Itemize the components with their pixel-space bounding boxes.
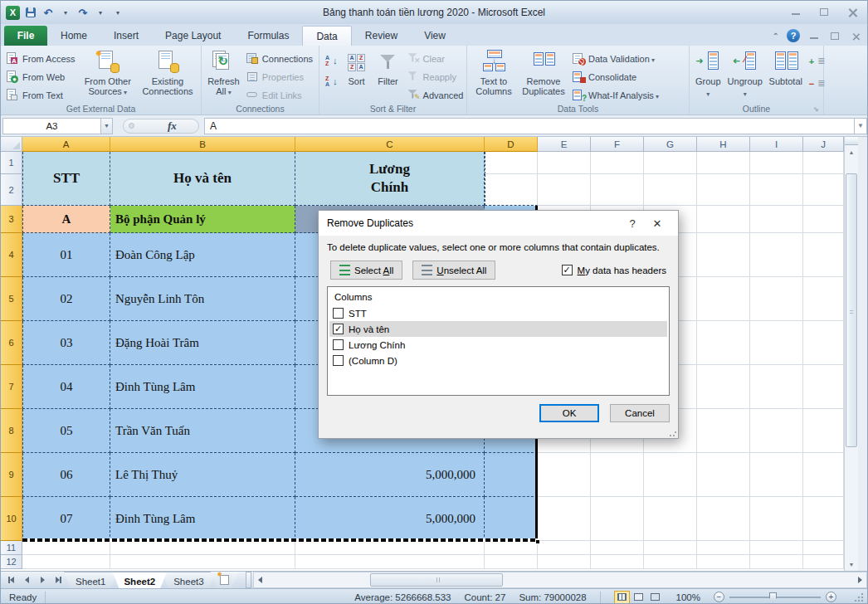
maximize-button[interactable]	[814, 4, 834, 19]
sheet-tab-sheet1[interactable]: Sheet1	[64, 572, 117, 588]
doc-restore-icon[interactable]	[828, 28, 841, 43]
cell-B7[interactable]: Đinh Tùng Lâm	[110, 365, 295, 409]
column-option--column-d-[interactable]: (Column D)	[329, 353, 667, 368]
redo-dropdown-icon[interactable]: ▾	[94, 6, 107, 19]
horizontal-scrollbar[interactable]	[253, 572, 867, 588]
cell-D1[interactable]	[485, 152, 538, 174]
cell-H10[interactable]	[697, 497, 750, 541]
cell-J9[interactable]	[803, 453, 844, 497]
cell-I12[interactable]	[750, 555, 803, 569]
connections-button[interactable]: Connections	[244, 51, 315, 66]
last-sheet-icon[interactable]	[51, 574, 66, 587]
vertical-scroll-thumb[interactable]	[846, 173, 857, 447]
from-access-button[interactable]: A From Access	[4, 51, 78, 66]
column-header-C[interactable]: C	[295, 137, 485, 152]
cell-I5[interactable]	[750, 277, 803, 321]
properties-button[interactable]: Properties	[244, 69, 315, 85]
split-handle[interactable]	[845, 137, 858, 145]
page-layout-view-button[interactable]	[631, 591, 646, 604]
expand-formula-bar-icon[interactable]: ▼	[854, 118, 867, 134]
cell-A8[interactable]: 05	[22, 409, 110, 453]
redo-icon[interactable]: ↷	[76, 6, 90, 19]
column-option-l-ng-ch-nh[interactable]: Lương Chính	[329, 337, 667, 353]
undo-dropdown-icon[interactable]: ▾	[59, 6, 72, 19]
name-box-dropdown-icon[interactable]: ▼	[101, 118, 113, 134]
cell-J3[interactable]	[803, 206, 844, 233]
row-header-8[interactable]: 8	[1, 409, 22, 453]
refresh-all-button[interactable]: ↻ Refresh All	[205, 48, 242, 100]
cell-F11[interactable]	[591, 541, 644, 555]
scroll-down-icon[interactable]: ▼	[845, 558, 858, 571]
cell-I8[interactable]	[750, 409, 803, 453]
cell-H5[interactable]	[697, 277, 750, 321]
column-header-G[interactable]: G	[644, 137, 697, 152]
cell-F1[interactable]	[591, 152, 644, 174]
minimize-button[interactable]	[786, 4, 806, 19]
cell-J8[interactable]	[803, 409, 844, 453]
cell-I6[interactable]	[750, 321, 803, 365]
my-data-has-headers-checkbox[interactable]: ✓ My data has headers	[562, 265, 666, 275]
dialog-title-bar[interactable]: Remove Duplicates ? ✕	[319, 211, 678, 236]
normal-view-button[interactable]	[614, 591, 630, 604]
tab-data[interactable]: Data	[302, 26, 351, 46]
cell-G9[interactable]	[644, 453, 697, 497]
cell-E11[interactable]	[538, 541, 591, 555]
cell-I9[interactable]	[750, 453, 803, 497]
minimize-ribbon-icon[interactable]: ⌃	[773, 32, 779, 41]
cell-B11[interactable]	[110, 541, 295, 555]
advanced-filter-button[interactable]: ✎ Advanced	[405, 87, 466, 103]
cell-A10[interactable]: 07	[22, 497, 110, 541]
scroll-right-icon[interactable]	[853, 572, 866, 587]
cell-J6[interactable]	[803, 321, 844, 365]
row-header-1[interactable]: 1	[1, 152, 22, 174]
filter-button[interactable]: Filter	[373, 48, 403, 88]
cell-H1[interactable]	[697, 152, 750, 174]
cell-F10[interactable]	[591, 497, 644, 541]
cell-J5[interactable]	[803, 277, 844, 321]
tab-formulas[interactable]: Formulas	[234, 26, 302, 46]
name-box[interactable]: A3	[2, 118, 101, 134]
tab-page-layout[interactable]: Page Layout	[152, 26, 234, 46]
sort-az-button[interactable]: AZ↓	[323, 52, 340, 68]
window-resize-grip[interactable]	[853, 592, 864, 602]
cell-A3[interactable]: A	[22, 206, 110, 233]
outline-dialog-launcher-icon[interactable]: ⇘	[813, 105, 822, 114]
cell-B3[interactable]: Bộ phận Quản lý	[110, 206, 295, 233]
ungroup-button[interactable]: ➜∕ Ungroup	[725, 48, 765, 101]
cell-D9[interactable]	[485, 453, 538, 497]
cell-E10[interactable]	[538, 497, 591, 541]
cell-B9[interactable]: Lê Thị Thuỷ	[110, 453, 295, 497]
cell-I10[interactable]	[750, 497, 803, 541]
column-header-E[interactable]: E	[538, 137, 591, 152]
insert-function-button[interactable]: fx	[123, 119, 199, 134]
columns-listbox[interactable]: Columns STT✓Họ và tênLương Chính(Column …	[327, 286, 670, 396]
customize-qat-icon[interactable]: ▾	[111, 6, 124, 19]
doc-close-icon[interactable]	[849, 28, 862, 43]
cancel-button[interactable]: Cancel	[610, 404, 670, 422]
cell-B8[interactable]: Trần Văn Tuấn	[110, 409, 295, 453]
cell-C10[interactable]: 5,000,000	[295, 497, 485, 541]
horizontal-scroll-thumb[interactable]	[370, 573, 503, 587]
cell-H2[interactable]	[697, 174, 750, 206]
row-header-6[interactable]: 6	[1, 321, 22, 365]
cell-E9[interactable]	[538, 453, 591, 497]
data-validation-button[interactable]: ⃠ Data Validation	[570, 51, 661, 66]
vertical-scrollbar[interactable]: ▲ ▼	[844, 137, 858, 571]
clear-filter-button[interactable]: ✕ Clear	[405, 51, 466, 66]
unselect-all-button[interactable]: Unselect All	[412, 261, 495, 280]
subtotal-button[interactable]: Subtotal	[767, 48, 805, 88]
cell-A4[interactable]: 01	[22, 233, 110, 277]
cell-A5[interactable]: 02	[22, 277, 110, 321]
cell-I2[interactable]	[750, 174, 803, 206]
ok-button[interactable]: OK	[539, 404, 599, 422]
row-header-9[interactable]: 9	[1, 453, 22, 497]
hide-detail-button[interactable]: −≣	[807, 76, 828, 91]
tab-view[interactable]: View	[411, 26, 459, 46]
cell-B5[interactable]: Nguyễn Linh Tôn	[110, 277, 295, 321]
cell-H11[interactable]	[697, 541, 750, 555]
checkbox-unchecked-icon[interactable]	[333, 308, 344, 319]
cell-header-name[interactable]: Họ và tên	[110, 152, 295, 206]
row-header-12[interactable]: 12	[1, 555, 22, 569]
cell-B10[interactable]: Đinh Tùng Lâm	[110, 497, 295, 541]
existing-connections-button[interactable]: Existing Connections	[138, 48, 197, 98]
